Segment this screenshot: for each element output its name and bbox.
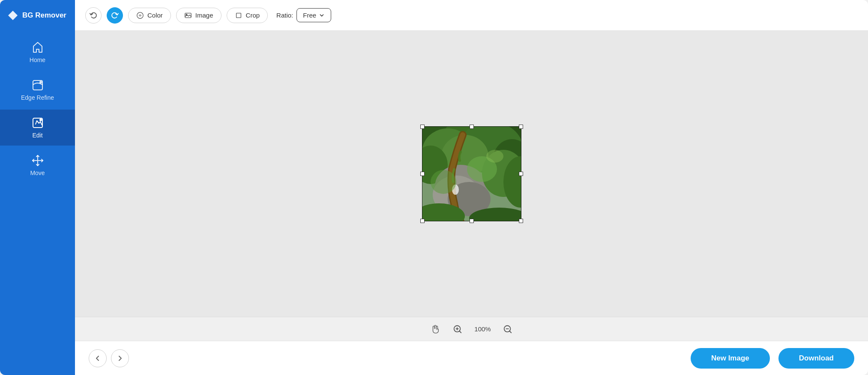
crop-overlay <box>422 126 521 221</box>
color-label: Color <box>147 12 163 19</box>
main-area: Color Image Crop Ratio: Free <box>75 0 868 375</box>
crop-handle-bc[interactable] <box>470 219 474 223</box>
crop-handle-bl[interactable] <box>420 219 425 223</box>
new-image-button[interactable]: New Image <box>691 348 770 369</box>
chevron-right-icon <box>116 354 124 362</box>
svg-line-34 <box>509 331 511 333</box>
sidebar-item-home-label: Home <box>30 57 45 63</box>
image-icon <box>184 12 192 19</box>
svg-rect-8 <box>236 13 241 18</box>
undo-button[interactable] <box>85 7 102 24</box>
sidebar: BG Remover Home Edge Refine <box>0 0 75 375</box>
svg-marker-0 <box>8 11 18 20</box>
zoom-percent: 100% <box>473 325 492 333</box>
sidebar-item-move-label: Move <box>30 170 45 176</box>
crop-button[interactable]: Crop <box>227 8 268 23</box>
sidebar-item-edit-label: Edit <box>32 132 42 139</box>
crop-handle-br[interactable] <box>519 219 523 223</box>
zoom-out-button[interactable] <box>501 322 515 336</box>
toolbar: Color Image Crop Ratio: Free <box>75 0 868 31</box>
crop-handle-tc[interactable] <box>470 125 474 129</box>
image-label: Image <box>195 12 213 19</box>
color-button[interactable]: Color <box>128 8 171 23</box>
sidebar-nav: Home Edge Refine Edit <box>0 31 75 183</box>
crop-label: Crop <box>246 12 260 19</box>
crop-handle-tl[interactable] <box>420 125 425 129</box>
ratio-label: Ratio: <box>276 12 293 19</box>
sidebar-item-edge-refine[interactable]: Edge Refine <box>0 72 75 108</box>
sidebar-item-move[interactable]: Move <box>0 147 75 183</box>
download-button[interactable]: Download <box>778 348 854 369</box>
crop-handle-mr[interactable] <box>519 172 523 176</box>
redo-button[interactable] <box>107 7 123 24</box>
ratio-control: Ratio: Free <box>276 8 331 22</box>
home-icon <box>31 41 44 54</box>
undo-icon <box>90 12 97 19</box>
move-icon <box>31 154 44 167</box>
svg-line-30 <box>459 331 461 333</box>
logo-icon <box>7 9 19 21</box>
hand-icon <box>431 324 440 334</box>
zoom-out-icon <box>503 324 512 334</box>
crop-handle-tr[interactable] <box>519 125 523 129</box>
svg-point-2 <box>39 81 42 83</box>
footer: New Image Download <box>75 341 868 375</box>
color-icon <box>136 12 144 19</box>
ratio-select[interactable]: Free <box>296 8 331 22</box>
crop-icon <box>235 12 242 19</box>
app-name: BG Remover <box>22 11 66 20</box>
sidebar-item-home[interactable]: Home <box>0 34 75 70</box>
zoom-in-icon <box>453 324 462 334</box>
hand-tool-button[interactable] <box>428 322 442 336</box>
crop-handle-ml[interactable] <box>420 172 425 176</box>
zoom-toolbar: 100% <box>75 317 868 341</box>
zoom-in-button[interactable] <box>451 322 464 336</box>
ratio-value: Free <box>303 12 316 19</box>
redo-icon <box>111 12 119 19</box>
footer-next-button[interactable] <box>111 349 129 367</box>
sidebar-item-edit[interactable]: Edit <box>0 110 75 146</box>
footer-prev-button[interactable] <box>89 349 107 367</box>
chevron-down-icon <box>319 12 325 18</box>
image-button[interactable]: Image <box>176 8 221 23</box>
sidebar-item-edge-refine-label: Edge Refine <box>21 94 54 101</box>
crop-container[interactable] <box>422 126 521 221</box>
footer-nav-buttons <box>89 349 129 367</box>
svg-point-7 <box>186 14 187 15</box>
app-logo: BG Remover <box>0 0 75 31</box>
canvas-area <box>75 31 868 317</box>
edge-refine-icon <box>31 79 44 92</box>
edit-icon <box>31 116 44 129</box>
chevron-left-icon <box>94 354 102 362</box>
svg-point-4 <box>39 119 42 121</box>
